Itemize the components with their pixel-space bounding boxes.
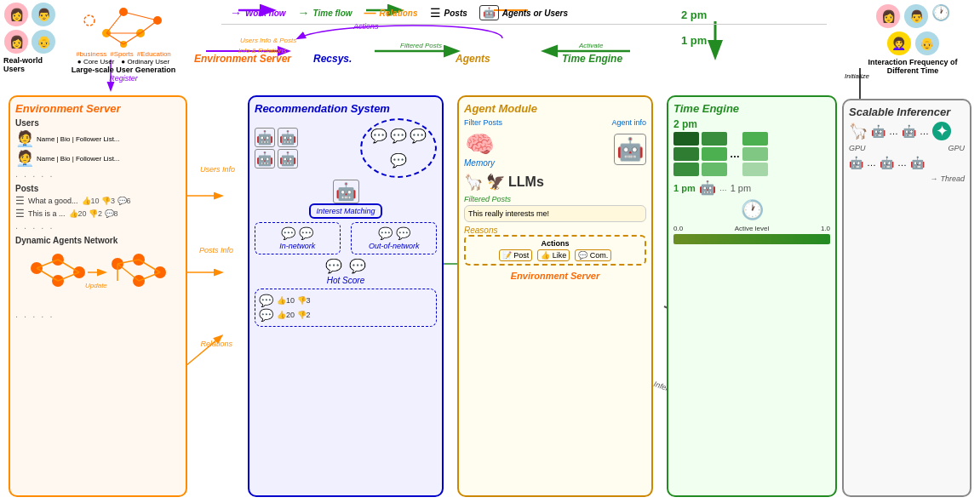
user-icon-1: 🧑‍💼 — [15, 129, 34, 148]
scalable-inferencer-module: Scalable Inferencer 🦙 🤖 … 🤖 … ✦ GPU GPU … — [842, 99, 971, 497]
network-types: 💬 💬 In-network 💬 💬 Out-of-network — [255, 222, 437, 254]
scored-likes-1: 👍10 👎3 — [277, 296, 311, 305]
te-1pm-dots: … — [719, 184, 727, 192]
llm-label: LLMs — [508, 174, 544, 190]
svg-line-29 — [123, 33, 140, 44]
users-section: Users 🧑‍💼 Name | Bio | Follower List... … — [15, 118, 181, 179]
si-robot-2: 🤖 — [902, 124, 916, 138]
legend-relations-label: Relations — [380, 9, 418, 18]
user-name-1: Name | Bio | Follower List... — [37, 135, 120, 143]
users-dots: . . . . . — [15, 169, 181, 179]
si-row-1: 🦙 🤖 … 🤖 … ✦ — [849, 122, 965, 140]
legend-workflow-label: Work flow — [245, 9, 286, 18]
users-info-posts-label: Users Info & Posts — [240, 34, 296, 44]
svg-text:Update: Update — [85, 282, 107, 289]
active-level-label: Active level — [735, 225, 769, 232]
legend-timeflow-label: Time flow — [313, 9, 352, 18]
si-row-2: 🤖 … 🤖 … 🤖 — [849, 156, 965, 169]
action-like: 👍 Like — [537, 249, 570, 261]
grid-cell-12 — [673, 147, 699, 161]
in-net-chat-1: 💬 — [281, 226, 295, 240]
network-section: Dynamic Agents Network Update — [15, 236, 181, 304]
llm-animal-2: 🦅 — [486, 173, 505, 191]
si-robot-4: 🤖 — [880, 156, 894, 169]
robot-2: 🤖 — [278, 128, 298, 147]
tag-sports: #Sports — [110, 50, 134, 58]
robot-center: 🤖 — [333, 180, 359, 203]
grid-cell-31 — [742, 132, 768, 146]
post-icon-2: ☰ — [15, 208, 25, 220]
agents-top-label: Agents — [456, 53, 490, 65]
filtered-posts-top-label: Filtered Posts — [400, 39, 442, 49]
post-stats-1: 👍10 👎3 💬6 — [82, 197, 131, 205]
post-icon-1: ☰ — [15, 195, 25, 207]
post-text-1: What a good... — [28, 197, 78, 205]
interaction-frequency: 👩 👨 🕐 👩‍🦱 👴 Interaction Frequency of Dif… — [849, 3, 977, 75]
time-1pm-top: 1 pm — [681, 34, 707, 47]
si-openai: ✦ — [932, 122, 951, 140]
te-robot: 🤖 — [699, 180, 716, 196]
filter-posts-label: Filter Posts — [464, 118, 502, 127]
chat-4: 💬 — [390, 152, 407, 169]
time-grid: … — [673, 132, 830, 176]
avatar-tr-1: 👩 — [876, 4, 900, 28]
legend-relations: — Relations — [364, 6, 418, 20]
si-robot-3: 🤖 — [849, 156, 863, 169]
gpu-label-2: GPU — [948, 144, 965, 152]
scored-post-2: 💬 👍20 👎2 — [259, 308, 433, 322]
te-1pm-dots2: 1 pm — [731, 183, 751, 193]
si-robot-1: 🤖 — [871, 124, 885, 138]
post-stats-2: 👍20 👎2 💬8 — [69, 209, 118, 218]
users-section-title: Users — [15, 118, 181, 128]
avatar-3: 👩 — [4, 30, 28, 54]
interaction-freq-title: Interaction Frequency of — [849, 58, 977, 66]
register-label-top: Register — [55, 74, 192, 83]
hot-score-section: 💬 💬 Hot Score — [255, 258, 437, 285]
env-server-module: Environment Server Users 🧑‍💼 Name | Bio … — [9, 95, 187, 497]
arrow-thread: → — [930, 174, 937, 183]
active-level-section: 0.0 Active level 1.0 — [673, 225, 830, 244]
actions-box: Actions 📝 Post 👍 Like 💬 Com. — [464, 235, 646, 266]
grid-cell-11 — [673, 132, 699, 146]
grid-cell-21 — [702, 132, 727, 146]
llms-section: 🦙 🦅 LLMs — [464, 173, 646, 191]
interest-matching-box: Interest Matching — [309, 203, 381, 219]
network-section-title: Dynamic Agents Network — [15, 236, 181, 245]
time-engine-module: Time Engine 2 pm … — [667, 95, 837, 497]
filtered-posts-label: Filtered Posts — [464, 195, 646, 203]
scored-likes-2: 👍20 👎2 — [277, 311, 311, 319]
reasons-label: Reasons — [464, 226, 646, 235]
recsys-module: Recommendation System 🤖 🤖 🤖 🤖 💬 — [248, 95, 444, 497]
svg-line-26 — [140, 20, 158, 33]
chat-1: 💬 — [370, 128, 387, 144]
svg-line-35 — [37, 268, 58, 281]
gpu-row: GPU GPU — [849, 144, 965, 152]
post-text-2: This is a ... — [28, 209, 66, 218]
ordinary-user-legend: ● Ordinary User — [121, 58, 169, 66]
users-info-out-label: Users Info — [200, 165, 235, 174]
env-server-bottom-label: Environment Server — [464, 271, 646, 281]
scored-icon-1: 💬 — [259, 294, 273, 307]
legend-timeflow: → Time flow — [298, 6, 352, 20]
te-2pm: 2 pm — [673, 118, 830, 130]
time-engine-title: Time Engine — [673, 102, 830, 115]
scalable-title: Scalable Inferencer — [849, 106, 965, 118]
out-network-box: 💬 💬 Out-of-network — [351, 222, 437, 254]
chat-2: 💬 — [390, 128, 407, 144]
actions-label: Actions — [353, 20, 379, 31]
user-row-2: 🧑‍💼 Name | Bio | Follower List... — [15, 149, 181, 168]
scored-icon-2: 💬 — [259, 308, 273, 322]
agent-module-title: Agent Module — [464, 102, 646, 115]
chat-3: 💬 — [410, 128, 427, 144]
actions-title: Actions — [470, 239, 640, 248]
hot-chat-2: 💬 — [349, 258, 366, 274]
llm-animal-1: 🦙 — [464, 173, 483, 191]
user-generation: #business #Sports #Education ● Core User… — [55, 3, 192, 83]
legend-posts-label: Posts — [444, 9, 467, 18]
recsys-title: Recommendation System — [255, 102, 437, 115]
gen-label: Large-scale User Generation — [55, 66, 192, 74]
network-dots: . . . . . — [15, 309, 181, 319]
real-world-label: Real-world — [3, 56, 43, 65]
svg-point-18 — [84, 15, 95, 26]
out-net-chat-2: 💬 — [396, 226, 410, 240]
